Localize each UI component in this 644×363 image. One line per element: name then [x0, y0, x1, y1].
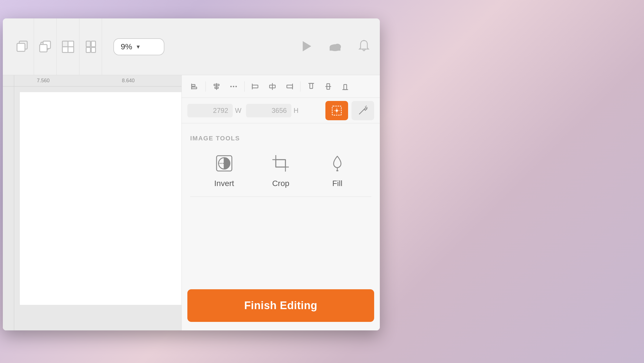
invert-label: Invert — [214, 179, 234, 188]
svg-rect-6 — [68, 41, 74, 47]
svg-point-61 — [336, 170, 338, 171]
fill-icon — [327, 153, 347, 173]
align-divider-2 — [244, 81, 245, 92]
svg-marker-13 — [303, 41, 311, 51]
layer-icon-1[interactable] — [11, 18, 34, 75]
invert-icon — [214, 153, 234, 173]
width-label: W — [235, 107, 242, 115]
svg-point-41 — [336, 110, 338, 111]
svg-rect-17 — [330, 47, 340, 50]
chevron-down-icon: ▾ — [137, 43, 140, 50]
size-controls: W H — [182, 98, 380, 123]
toolbar-icon-group — [11, 18, 102, 75]
tools-grid: Invert Crop — [190, 153, 371, 188]
svg-line-46 — [359, 109, 364, 114]
svg-rect-39 — [344, 85, 347, 90]
svg-rect-4 — [40, 45, 47, 52]
svg-rect-33 — [287, 85, 293, 88]
more-options-btn[interactable] — [226, 79, 241, 94]
horizontal-ruler: 7.560 8.640 — [14, 75, 181, 86]
ruler-corner — [3, 75, 14, 86]
canvas-wrapper — [14, 86, 181, 330]
zoom-dropdown[interactable]: 9% ▾ — [113, 38, 164, 55]
align-right-edge-btn[interactable] — [282, 79, 297, 94]
selection-tool-btn[interactable] — [325, 101, 348, 120]
canvas-content — [20, 92, 181, 305]
tool-buttons — [325, 101, 374, 120]
svg-rect-12 — [91, 47, 96, 52]
svg-rect-29 — [252, 85, 258, 88]
layer-icon-2[interactable] — [34, 18, 57, 75]
svg-point-27 — [236, 86, 237, 87]
fill-label: Fill — [332, 179, 342, 188]
svg-line-50 — [366, 106, 367, 106]
image-tools-section: IMAGE TOOLS In — [182, 123, 380, 286]
toolbar-right — [299, 39, 371, 55]
ruler-value-1: 7.560 — [37, 78, 50, 84]
magic-wand-btn[interactable] — [351, 101, 374, 120]
ruler-value-2: 8.640 — [122, 78, 135, 84]
align-center-v-btn[interactable] — [265, 79, 280, 94]
ruler-row: 7.560 8.640 — [3, 75, 181, 86]
crop-tool[interactable]: Crop — [258, 153, 303, 188]
layer-icon-4[interactable] — [79, 18, 102, 75]
svg-rect-9 — [86, 41, 90, 47]
svg-rect-7 — [62, 47, 68, 52]
svg-rect-35 — [310, 83, 313, 88]
align-left-edge-btn[interactable] — [248, 79, 263, 94]
canvas-area: 7.560 8.640 — [3, 75, 181, 330]
vertical-ruler — [3, 86, 14, 330]
svg-rect-11 — [86, 47, 90, 52]
svg-rect-8 — [68, 47, 74, 52]
zoom-select-display[interactable]: 9% ▾ — [113, 38, 164, 55]
app-window: 9% ▾ — [3, 18, 380, 330]
width-input[interactable] — [187, 104, 233, 117]
cloud-icon[interactable] — [328, 39, 342, 55]
svg-rect-10 — [91, 41, 96, 47]
svg-rect-5 — [62, 41, 68, 47]
layer-icon-3[interactable] — [57, 18, 79, 75]
section-divider — [190, 197, 371, 197]
svg-rect-1 — [17, 43, 25, 51]
image-tools-label: IMAGE TOOLS — [190, 135, 371, 142]
align-top-btn[interactable] — [304, 79, 319, 94]
align-divider-3 — [300, 81, 300, 92]
height-input[interactable] — [246, 104, 291, 117]
align-left-btn[interactable] — [187, 79, 202, 94]
right-panel: W H — [181, 75, 380, 330]
svg-marker-47 — [364, 107, 367, 110]
width-input-group: W — [187, 104, 242, 117]
align-toolbar — [182, 75, 380, 98]
align-middle-h-btn[interactable] — [321, 79, 336, 94]
svg-rect-20 — [192, 85, 195, 86]
svg-point-26 — [233, 86, 234, 87]
invert-tool[interactable]: Invert — [202, 153, 247, 188]
align-divider-1 — [206, 81, 206, 92]
svg-point-25 — [230, 86, 232, 87]
finish-editing-button[interactable]: Finish Editing — [187, 289, 374, 322]
height-label: H — [294, 107, 298, 115]
canvas-with-vruler — [3, 86, 181, 330]
crop-label: Crop — [272, 179, 289, 188]
top-toolbar: 9% ▾ — [3, 18, 380, 75]
play-icon[interactable] — [299, 39, 313, 55]
bell-icon[interactable] — [357, 39, 371, 55]
crop-icon — [271, 153, 291, 173]
align-bottom-btn[interactable] — [338, 79, 353, 94]
content-area: 7.560 8.640 — [3, 75, 380, 330]
align-center-h-btn[interactable] — [209, 79, 224, 94]
zoom-value: 9% — [121, 42, 132, 51]
svg-rect-21 — [192, 87, 197, 89]
height-input-group: H — [246, 104, 298, 117]
fill-tool[interactable]: Fill — [315, 153, 360, 188]
svg-rect-59 — [276, 160, 285, 167]
